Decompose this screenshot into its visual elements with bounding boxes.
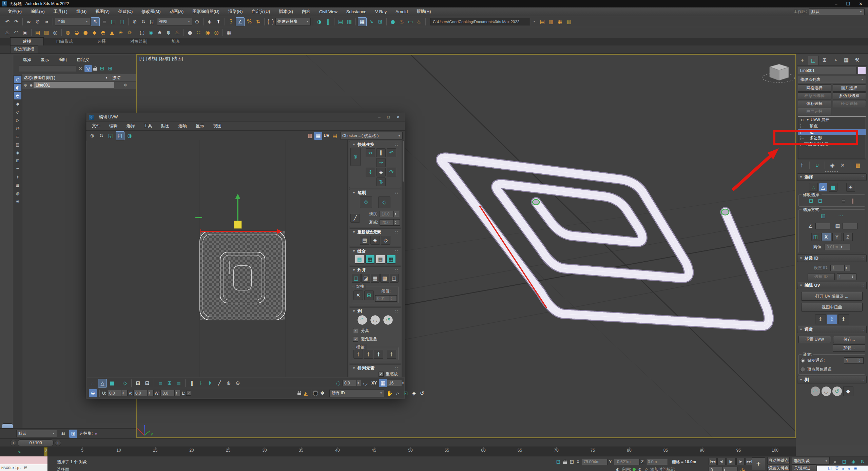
move-brush-icon[interactable]: ✥ — [360, 196, 372, 208]
configure-modifier-sets-icon[interactable]: ▨ — [854, 161, 862, 169]
display-cameras-icon[interactable]: ◇ — [14, 108, 21, 116]
menu-item[interactable]: Substance — [342, 10, 371, 14]
zoom-extents-icon[interactable]: ◈ — [849, 458, 857, 466]
menu-item[interactable]: 修改器(M) — [137, 9, 165, 15]
lock-selected-uv-icon[interactable] — [297, 391, 302, 395]
viewcube[interactable] — [762, 64, 795, 82]
section-explode[interactable]: ▼炸开∷ — [350, 267, 400, 273]
select-element-icon[interactable]: ▧ — [819, 212, 827, 220]
menu-item[interactable]: 内容 — [297, 9, 315, 15]
star-burst-icon[interactable]: ☼ — [126, 29, 134, 37]
pivot-default-icon[interactable]: † — [353, 350, 363, 359]
zoom-all-icon[interactable]: ⊡ — [840, 458, 848, 466]
display-helpers-icon[interactable]: ▷ — [14, 116, 21, 124]
stitch-to-source-icon[interactable]: ▦ — [386, 255, 396, 264]
menu-item[interactable]: V-Ray — [371, 10, 391, 14]
dialog-menu-item[interactable]: 文件 — [88, 123, 105, 129]
taskbar-cursor-icon[interactable]: ▸ — [843, 466, 845, 471]
menu-item[interactable]: 自定义(U) — [247, 9, 274, 15]
display-materials-icon[interactable]: ≡ — [14, 165, 21, 173]
arc-tool-icon[interactable]: ◠ — [12, 29, 20, 37]
spinner-snap-icon[interactable]: ⇅ — [254, 18, 262, 26]
show-map-seams-icon[interactable]: ▩ — [306, 132, 314, 140]
dialog-title-bar[interactable]: 3 编辑 UVW – □ ✕ — [86, 113, 405, 121]
visibility-eye-icon[interactable]: ⊙ — [799, 116, 805, 124]
auto-key-button[interactable]: 自动关键点 — [767, 457, 790, 464]
reshape-cube-icon[interactable]: ◇ — [381, 236, 390, 245]
section-peel[interactable]: ▼剥∷ — [350, 308, 400, 314]
maxscript-mini-listener[interactable]: MAXScript 迷 — [0, 456, 48, 471]
section-stitch[interactable]: ▼缝合∷ — [350, 248, 400, 254]
menu-item[interactable]: 图形编辑器(D) — [188, 9, 224, 15]
soft-selection-spinner[interactable]: 0.0▲▼ — [342, 380, 361, 386]
uv-mirror-icon[interactable]: ◑ — [126, 132, 134, 140]
menu-item[interactable]: 编辑(E) — [26, 9, 49, 15]
section-brush[interactable]: ▼笔刷∷ — [350, 190, 400, 196]
pan-icon[interactable]: ✋ — [385, 389, 393, 397]
frame-spinner[interactable]: 0▲▼ — [709, 467, 738, 471]
falloff-curve2-icon[interactable]: ◡ — [361, 379, 369, 387]
map-channel-spinner[interactable]: 1▲▼ — [844, 357, 864, 364]
pivot-clear-icon[interactable]: † — [364, 350, 373, 359]
object-name-field[interactable]: Line001 — [798, 67, 856, 74]
set-id-spinner[interactable]: 1▲▼ — [830, 265, 850, 271]
hide-icon[interactable]: ● — [313, 391, 318, 396]
modifier-button-多边形选择[interactable]: 多边形选择 — [833, 92, 866, 99]
workspace-scroll-1-icon[interactable]: ▤ — [538, 18, 546, 26]
ring-extend-icon[interactable]: ≡ — [175, 379, 183, 387]
rectangular-region-icon[interactable]: □ — [109, 18, 117, 26]
tab-motion-icon[interactable]: ◔ — [830, 56, 841, 64]
prev-key-icon[interactable]: ◀| — [717, 458, 726, 465]
flatten-by-material-icon[interactable]: ▩ — [380, 274, 389, 283]
tab-hierarchy-icon[interactable]: ⊞ — [819, 56, 830, 64]
sun-light-icon[interactable]: ☀ — [117, 29, 125, 37]
workspace-scroll-3-icon[interactable]: ▦ — [556, 18, 564, 26]
edge-limit-icon[interactable]: ▦ — [379, 379, 387, 387]
save-button[interactable]: 保存... — [833, 336, 866, 343]
absolute-offset-icon[interactable]: ⊞ — [568, 458, 575, 465]
soft-selection-icon[interactable]: ◌ — [334, 379, 342, 387]
next-key-icon[interactable]: |▶ — [736, 458, 745, 465]
dialog-close-icon[interactable]: ✕ — [397, 115, 400, 119]
keyboard-shortcut-override-icon[interactable]: ⬆ — [214, 18, 223, 26]
grow-selection-icon[interactable]: ⊞ — [807, 197, 815, 205]
minimize-button[interactable]: – — [835, 1, 837, 6]
rollout-peel[interactable]: ▼剥∷ — [797, 376, 867, 383]
symmetry-icon[interactable]: ◫ — [811, 233, 820, 241]
select-and-rotate-icon[interactable]: ↻ — [139, 18, 148, 26]
layer-dropdown[interactable]: 默认▼ — [16, 430, 57, 437]
section-reshape-elements[interactable]: ▼重新塑造元素∷ — [350, 229, 400, 235]
zoom-region-icon[interactable]: ⊡ — [402, 389, 410, 397]
stack-item-uvw-unwrap[interactable]: ⊙ ▼ UVW 展开 — [798, 117, 866, 123]
z-coord-field[interactable]: 0.0m — [646, 459, 668, 465]
selection-lock-region-icon[interactable]: ⊡ — [555, 458, 562, 465]
material-editor-icon[interactable]: ● — [389, 18, 397, 26]
tab-polygon-modeling[interactable]: 多边形建模 — [10, 45, 38, 53]
time-config-icon[interactable]: ◷ — [738, 466, 747, 471]
display-lights-icon[interactable]: ◆ — [14, 100, 21, 108]
vray-tree-icon[interactable]: ♠ — [156, 29, 164, 37]
break-icon[interactable]: ◫ — [352, 274, 361, 283]
uv-vertex-mode-icon[interactable]: ∴ — [89, 379, 97, 387]
lock-explorer-icon[interactable] — [93, 67, 97, 71]
blue-boxes-icon[interactable]: ▦ — [225, 29, 233, 37]
close-button[interactable]: ✕ — [859, 1, 863, 6]
rotate-ccw-icon[interactable]: ↶ — [387, 148, 396, 157]
explorer-menu-item[interactable]: 显示 — [37, 57, 53, 63]
dialog-maximize-icon[interactable]: □ — [387, 115, 390, 119]
go-to-start-icon[interactable]: |◀◀ — [709, 458, 717, 465]
select-and-scale-icon[interactable]: ◱ — [148, 18, 156, 26]
space-vertical-icon[interactable]: ⇅ — [376, 177, 386, 186]
select-and-manipulate-icon[interactable]: ◈ — [206, 18, 214, 26]
taskbar-star-icon[interactable]: ✳ — [854, 466, 857, 471]
display-containers-icon[interactable]: ⊞ — [14, 157, 21, 165]
brush-falloff-spinner[interactable]: 20.0▲▼ — [380, 219, 400, 226]
display-geometry-icon[interactable]: ◐ — [14, 84, 21, 91]
align-horizontal-icon[interactable]: ↔ — [366, 148, 375, 157]
rollout-channel[interactable]: ▼通道∷ — [797, 326, 867, 333]
next-frame-arrow[interactable]: › — [55, 440, 61, 446]
pivot-auto-icon[interactable]: † — [374, 350, 383, 359]
x-coord-field[interactable]: 79.004m — [582, 459, 607, 465]
paint-select-minus-icon[interactable]: ⊧ — [206, 379, 214, 387]
linear-align-icon[interactable]: ◈ — [376, 168, 386, 176]
